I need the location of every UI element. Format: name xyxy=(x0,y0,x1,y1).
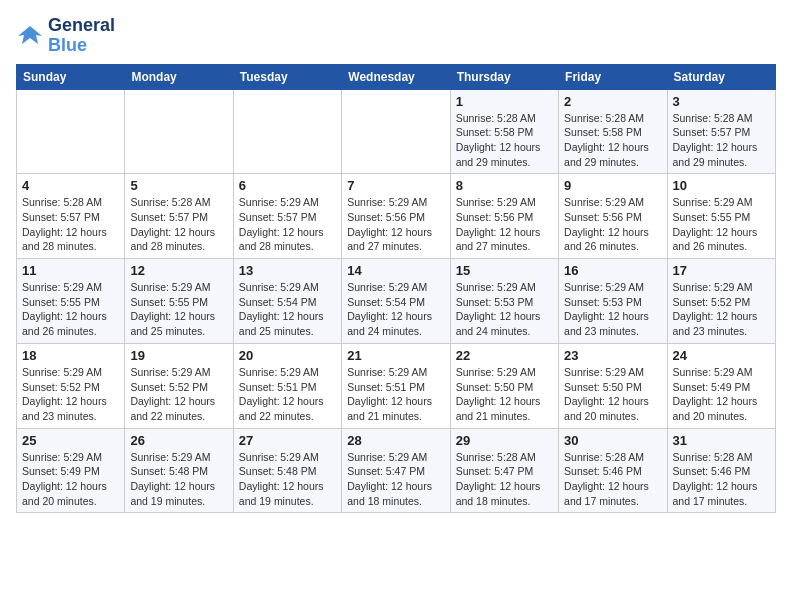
day-info: Sunrise: 5:29 AM Sunset: 5:52 PM Dayligh… xyxy=(673,280,770,339)
day-info: Sunrise: 5:29 AM Sunset: 5:50 PM Dayligh… xyxy=(456,365,553,424)
day-info: Sunrise: 5:29 AM Sunset: 5:56 PM Dayligh… xyxy=(564,195,661,254)
day-info: Sunrise: 5:29 AM Sunset: 5:51 PM Dayligh… xyxy=(347,365,444,424)
day-number: 2 xyxy=(564,94,661,109)
logo: General Blue xyxy=(16,16,115,56)
calendar-table: SundayMondayTuesdayWednesdayThursdayFrid… xyxy=(16,64,776,514)
day-info: Sunrise: 5:29 AM Sunset: 5:52 PM Dayligh… xyxy=(130,365,227,424)
calendar-cell: 22Sunrise: 5:29 AM Sunset: 5:50 PM Dayli… xyxy=(450,343,558,428)
calendar-cell xyxy=(233,89,341,174)
calendar-cell: 1Sunrise: 5:28 AM Sunset: 5:58 PM Daylig… xyxy=(450,89,558,174)
calendar-header: SundayMondayTuesdayWednesdayThursdayFrid… xyxy=(17,64,776,89)
calendar-cell xyxy=(125,89,233,174)
calendar-cell: 26Sunrise: 5:29 AM Sunset: 5:48 PM Dayli… xyxy=(125,428,233,513)
calendar-cell: 30Sunrise: 5:28 AM Sunset: 5:46 PM Dayli… xyxy=(559,428,667,513)
day-info: Sunrise: 5:29 AM Sunset: 5:50 PM Dayligh… xyxy=(564,365,661,424)
calendar-cell: 4Sunrise: 5:28 AM Sunset: 5:57 PM Daylig… xyxy=(17,174,125,259)
calendar-cell: 21Sunrise: 5:29 AM Sunset: 5:51 PM Dayli… xyxy=(342,343,450,428)
calendar-cell: 19Sunrise: 5:29 AM Sunset: 5:52 PM Dayli… xyxy=(125,343,233,428)
day-number: 11 xyxy=(22,263,119,278)
weekday-header-monday: Monday xyxy=(125,64,233,89)
day-number: 25 xyxy=(22,433,119,448)
calendar-cell: 27Sunrise: 5:29 AM Sunset: 5:48 PM Dayli… xyxy=(233,428,341,513)
day-info: Sunrise: 5:28 AM Sunset: 5:57 PM Dayligh… xyxy=(130,195,227,254)
day-number: 30 xyxy=(564,433,661,448)
weekday-header-friday: Friday xyxy=(559,64,667,89)
day-number: 23 xyxy=(564,348,661,363)
day-number: 26 xyxy=(130,433,227,448)
day-number: 17 xyxy=(673,263,770,278)
day-number: 9 xyxy=(564,178,661,193)
calendar-cell: 7Sunrise: 5:29 AM Sunset: 5:56 PM Daylig… xyxy=(342,174,450,259)
day-info: Sunrise: 5:29 AM Sunset: 5:54 PM Dayligh… xyxy=(239,280,336,339)
day-info: Sunrise: 5:28 AM Sunset: 5:58 PM Dayligh… xyxy=(456,111,553,170)
day-number: 21 xyxy=(347,348,444,363)
day-info: Sunrise: 5:28 AM Sunset: 5:47 PM Dayligh… xyxy=(456,450,553,509)
weekday-header-thursday: Thursday xyxy=(450,64,558,89)
weekday-header-sunday: Sunday xyxy=(17,64,125,89)
day-info: Sunrise: 5:29 AM Sunset: 5:54 PM Dayligh… xyxy=(347,280,444,339)
day-info: Sunrise: 5:29 AM Sunset: 5:55 PM Dayligh… xyxy=(130,280,227,339)
calendar-cell: 20Sunrise: 5:29 AM Sunset: 5:51 PM Dayli… xyxy=(233,343,341,428)
calendar-cell xyxy=(17,89,125,174)
calendar-cell: 24Sunrise: 5:29 AM Sunset: 5:49 PM Dayli… xyxy=(667,343,775,428)
day-info: Sunrise: 5:28 AM Sunset: 5:57 PM Dayligh… xyxy=(22,195,119,254)
day-number: 22 xyxy=(456,348,553,363)
day-number: 29 xyxy=(456,433,553,448)
day-info: Sunrise: 5:29 AM Sunset: 5:51 PM Dayligh… xyxy=(239,365,336,424)
day-number: 31 xyxy=(673,433,770,448)
day-info: Sunrise: 5:29 AM Sunset: 5:52 PM Dayligh… xyxy=(22,365,119,424)
calendar-cell: 28Sunrise: 5:29 AM Sunset: 5:47 PM Dayli… xyxy=(342,428,450,513)
day-info: Sunrise: 5:29 AM Sunset: 5:53 PM Dayligh… xyxy=(564,280,661,339)
day-number: 20 xyxy=(239,348,336,363)
calendar-cell: 9Sunrise: 5:29 AM Sunset: 5:56 PM Daylig… xyxy=(559,174,667,259)
calendar-cell: 12Sunrise: 5:29 AM Sunset: 5:55 PM Dayli… xyxy=(125,259,233,344)
calendar-cell: 17Sunrise: 5:29 AM Sunset: 5:52 PM Dayli… xyxy=(667,259,775,344)
day-number: 16 xyxy=(564,263,661,278)
day-info: Sunrise: 5:29 AM Sunset: 5:55 PM Dayligh… xyxy=(22,280,119,339)
calendar-cell: 2Sunrise: 5:28 AM Sunset: 5:58 PM Daylig… xyxy=(559,89,667,174)
calendar-cell: 10Sunrise: 5:29 AM Sunset: 5:55 PM Dayli… xyxy=(667,174,775,259)
calendar-cell: 14Sunrise: 5:29 AM Sunset: 5:54 PM Dayli… xyxy=(342,259,450,344)
day-info: Sunrise: 5:28 AM Sunset: 5:58 PM Dayligh… xyxy=(564,111,661,170)
day-number: 4 xyxy=(22,178,119,193)
day-number: 7 xyxy=(347,178,444,193)
day-number: 12 xyxy=(130,263,227,278)
calendar-cell: 5Sunrise: 5:28 AM Sunset: 5:57 PM Daylig… xyxy=(125,174,233,259)
calendar-cell: 23Sunrise: 5:29 AM Sunset: 5:50 PM Dayli… xyxy=(559,343,667,428)
day-info: Sunrise: 5:29 AM Sunset: 5:56 PM Dayligh… xyxy=(347,195,444,254)
calendar-cell: 13Sunrise: 5:29 AM Sunset: 5:54 PM Dayli… xyxy=(233,259,341,344)
logo-text: General Blue xyxy=(48,16,115,56)
day-number: 15 xyxy=(456,263,553,278)
calendar-cell: 29Sunrise: 5:28 AM Sunset: 5:47 PM Dayli… xyxy=(450,428,558,513)
day-info: Sunrise: 5:29 AM Sunset: 5:57 PM Dayligh… xyxy=(239,195,336,254)
day-number: 28 xyxy=(347,433,444,448)
calendar-cell: 8Sunrise: 5:29 AM Sunset: 5:56 PM Daylig… xyxy=(450,174,558,259)
day-info: Sunrise: 5:29 AM Sunset: 5:48 PM Dayligh… xyxy=(239,450,336,509)
calendar-cell: 16Sunrise: 5:29 AM Sunset: 5:53 PM Dayli… xyxy=(559,259,667,344)
day-info: Sunrise: 5:29 AM Sunset: 5:55 PM Dayligh… xyxy=(673,195,770,254)
day-number: 18 xyxy=(22,348,119,363)
day-number: 14 xyxy=(347,263,444,278)
calendar-cell: 15Sunrise: 5:29 AM Sunset: 5:53 PM Dayli… xyxy=(450,259,558,344)
calendar-cell: 11Sunrise: 5:29 AM Sunset: 5:55 PM Dayli… xyxy=(17,259,125,344)
day-number: 1 xyxy=(456,94,553,109)
day-info: Sunrise: 5:29 AM Sunset: 5:49 PM Dayligh… xyxy=(673,365,770,424)
calendar-cell xyxy=(342,89,450,174)
day-info: Sunrise: 5:29 AM Sunset: 5:48 PM Dayligh… xyxy=(130,450,227,509)
day-number: 3 xyxy=(673,94,770,109)
day-number: 19 xyxy=(130,348,227,363)
day-number: 24 xyxy=(673,348,770,363)
day-info: Sunrise: 5:29 AM Sunset: 5:56 PM Dayligh… xyxy=(456,195,553,254)
day-number: 27 xyxy=(239,433,336,448)
day-info: Sunrise: 5:29 AM Sunset: 5:49 PM Dayligh… xyxy=(22,450,119,509)
day-info: Sunrise: 5:29 AM Sunset: 5:53 PM Dayligh… xyxy=(456,280,553,339)
calendar-cell: 3Sunrise: 5:28 AM Sunset: 5:57 PM Daylig… xyxy=(667,89,775,174)
day-number: 10 xyxy=(673,178,770,193)
day-info: Sunrise: 5:29 AM Sunset: 5:47 PM Dayligh… xyxy=(347,450,444,509)
weekday-header-saturday: Saturday xyxy=(667,64,775,89)
day-number: 5 xyxy=(130,178,227,193)
logo-icon xyxy=(16,22,44,50)
calendar-cell: 25Sunrise: 5:29 AM Sunset: 5:49 PM Dayli… xyxy=(17,428,125,513)
day-number: 6 xyxy=(239,178,336,193)
weekday-header-tuesday: Tuesday xyxy=(233,64,341,89)
